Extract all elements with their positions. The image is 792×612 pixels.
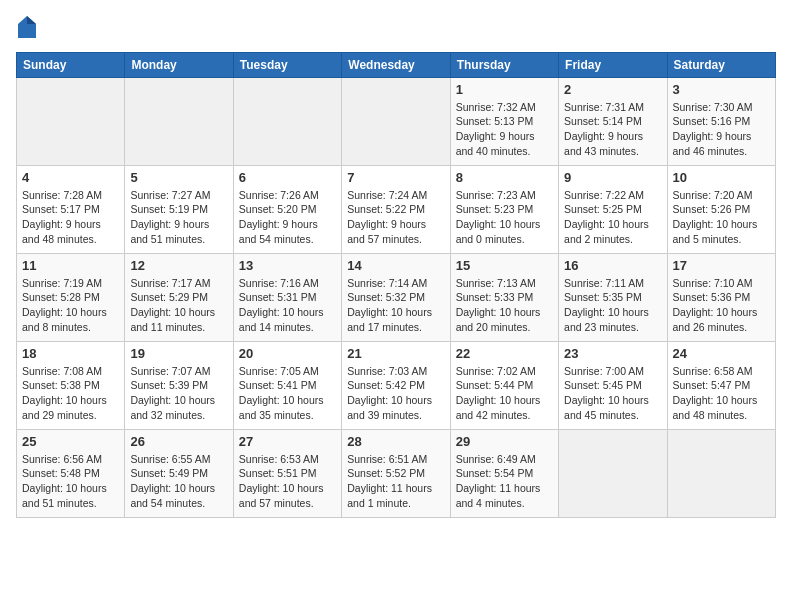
calendar-cell: 10Sunrise: 7:20 AMSunset: 5:26 PMDayligh… [667,165,775,253]
day-number: 23 [564,346,661,361]
week-row-5: 25Sunrise: 6:56 AMSunset: 5:48 PMDayligh… [17,429,776,517]
day-info: Sunrise: 7:02 AMSunset: 5:44 PMDaylight:… [456,364,553,423]
calendar-cell [125,77,233,165]
calendar-cell: 5Sunrise: 7:27 AMSunset: 5:19 PMDaylight… [125,165,233,253]
day-number: 15 [456,258,553,273]
day-number: 24 [673,346,770,361]
day-info: Sunrise: 6:49 AMSunset: 5:54 PMDaylight:… [456,452,553,511]
day-number: 6 [239,170,336,185]
calendar-cell: 13Sunrise: 7:16 AMSunset: 5:31 PMDayligh… [233,253,341,341]
day-info: Sunrise: 6:53 AMSunset: 5:51 PMDaylight:… [239,452,336,511]
day-header-saturday: Saturday [667,52,775,77]
calendar-cell: 28Sunrise: 6:51 AMSunset: 5:52 PMDayligh… [342,429,450,517]
day-info: Sunrise: 7:08 AMSunset: 5:38 PMDaylight:… [22,364,119,423]
calendar-cell: 22Sunrise: 7:02 AMSunset: 5:44 PMDayligh… [450,341,558,429]
calendar-cell: 12Sunrise: 7:17 AMSunset: 5:29 PMDayligh… [125,253,233,341]
day-info: Sunrise: 7:27 AMSunset: 5:19 PMDaylight:… [130,188,227,247]
day-number: 8 [456,170,553,185]
day-number: 22 [456,346,553,361]
week-row-4: 18Sunrise: 7:08 AMSunset: 5:38 PMDayligh… [17,341,776,429]
day-info: Sunrise: 7:28 AMSunset: 5:17 PMDaylight:… [22,188,119,247]
day-number: 1 [456,82,553,97]
day-info: Sunrise: 7:16 AMSunset: 5:31 PMDaylight:… [239,276,336,335]
day-number: 4 [22,170,119,185]
day-info: Sunrise: 6:55 AMSunset: 5:49 PMDaylight:… [130,452,227,511]
calendar-cell: 17Sunrise: 7:10 AMSunset: 5:36 PMDayligh… [667,253,775,341]
calendar-cell [667,429,775,517]
day-info: Sunrise: 7:05 AMSunset: 5:41 PMDaylight:… [239,364,336,423]
day-number: 13 [239,258,336,273]
day-number: 7 [347,170,444,185]
day-info: Sunrise: 7:31 AMSunset: 5:14 PMDaylight:… [564,100,661,159]
day-info: Sunrise: 7:07 AMSunset: 5:39 PMDaylight:… [130,364,227,423]
logo-icon [18,16,36,38]
day-number: 11 [22,258,119,273]
svg-marker-1 [27,16,36,24]
day-info: Sunrise: 7:30 AMSunset: 5:16 PMDaylight:… [673,100,770,159]
calendar-header-row: SundayMondayTuesdayWednesdayThursdayFrid… [17,52,776,77]
calendar-cell: 29Sunrise: 6:49 AMSunset: 5:54 PMDayligh… [450,429,558,517]
calendar-cell: 9Sunrise: 7:22 AMSunset: 5:25 PMDaylight… [559,165,667,253]
calendar-cell: 23Sunrise: 7:00 AMSunset: 5:45 PMDayligh… [559,341,667,429]
day-info: Sunrise: 7:11 AMSunset: 5:35 PMDaylight:… [564,276,661,335]
day-number: 10 [673,170,770,185]
calendar-cell: 21Sunrise: 7:03 AMSunset: 5:42 PMDayligh… [342,341,450,429]
day-number: 2 [564,82,661,97]
day-number: 25 [22,434,119,449]
calendar-cell: 19Sunrise: 7:07 AMSunset: 5:39 PMDayligh… [125,341,233,429]
week-row-2: 4Sunrise: 7:28 AMSunset: 5:17 PMDaylight… [17,165,776,253]
day-info: Sunrise: 7:20 AMSunset: 5:26 PMDaylight:… [673,188,770,247]
calendar-cell: 18Sunrise: 7:08 AMSunset: 5:38 PMDayligh… [17,341,125,429]
calendar-cell [233,77,341,165]
day-info: Sunrise: 7:23 AMSunset: 5:23 PMDaylight:… [456,188,553,247]
day-number: 12 [130,258,227,273]
page-header [16,16,776,44]
day-header-friday: Friday [559,52,667,77]
calendar-cell: 27Sunrise: 6:53 AMSunset: 5:51 PMDayligh… [233,429,341,517]
day-info: Sunrise: 7:26 AMSunset: 5:20 PMDaylight:… [239,188,336,247]
day-info: Sunrise: 6:51 AMSunset: 5:52 PMDaylight:… [347,452,444,511]
calendar-cell: 3Sunrise: 7:30 AMSunset: 5:16 PMDaylight… [667,77,775,165]
week-row-3: 11Sunrise: 7:19 AMSunset: 5:28 PMDayligh… [17,253,776,341]
day-number: 26 [130,434,227,449]
day-number: 17 [673,258,770,273]
calendar-cell: 4Sunrise: 7:28 AMSunset: 5:17 PMDaylight… [17,165,125,253]
calendar-cell: 7Sunrise: 7:24 AMSunset: 5:22 PMDaylight… [342,165,450,253]
calendar-cell: 20Sunrise: 7:05 AMSunset: 5:41 PMDayligh… [233,341,341,429]
day-info: Sunrise: 7:32 AMSunset: 5:13 PMDaylight:… [456,100,553,159]
week-row-1: 1Sunrise: 7:32 AMSunset: 5:13 PMDaylight… [17,77,776,165]
day-number: 27 [239,434,336,449]
day-number: 28 [347,434,444,449]
day-number: 18 [22,346,119,361]
day-info: Sunrise: 6:56 AMSunset: 5:48 PMDaylight:… [22,452,119,511]
day-header-sunday: Sunday [17,52,125,77]
day-info: Sunrise: 7:03 AMSunset: 5:42 PMDaylight:… [347,364,444,423]
calendar-cell: 2Sunrise: 7:31 AMSunset: 5:14 PMDaylight… [559,77,667,165]
day-header-monday: Monday [125,52,233,77]
day-number: 5 [130,170,227,185]
day-header-thursday: Thursday [450,52,558,77]
calendar-cell [559,429,667,517]
day-info: Sunrise: 7:17 AMSunset: 5:29 PMDaylight:… [130,276,227,335]
day-header-wednesday: Wednesday [342,52,450,77]
day-number: 21 [347,346,444,361]
calendar-cell: 26Sunrise: 6:55 AMSunset: 5:49 PMDayligh… [125,429,233,517]
day-info: Sunrise: 7:00 AMSunset: 5:45 PMDaylight:… [564,364,661,423]
day-number: 19 [130,346,227,361]
day-number: 29 [456,434,553,449]
day-header-tuesday: Tuesday [233,52,341,77]
day-info: Sunrise: 7:24 AMSunset: 5:22 PMDaylight:… [347,188,444,247]
day-info: Sunrise: 7:13 AMSunset: 5:33 PMDaylight:… [456,276,553,335]
day-number: 3 [673,82,770,97]
calendar-table: SundayMondayTuesdayWednesdayThursdayFrid… [16,52,776,518]
calendar-cell: 14Sunrise: 7:14 AMSunset: 5:32 PMDayligh… [342,253,450,341]
day-info: Sunrise: 6:58 AMSunset: 5:47 PMDaylight:… [673,364,770,423]
day-info: Sunrise: 7:14 AMSunset: 5:32 PMDaylight:… [347,276,444,335]
calendar-cell: 24Sunrise: 6:58 AMSunset: 5:47 PMDayligh… [667,341,775,429]
calendar-cell: 11Sunrise: 7:19 AMSunset: 5:28 PMDayligh… [17,253,125,341]
calendar-cell: 16Sunrise: 7:11 AMSunset: 5:35 PMDayligh… [559,253,667,341]
day-info: Sunrise: 7:19 AMSunset: 5:28 PMDaylight:… [22,276,119,335]
calendar-cell: 25Sunrise: 6:56 AMSunset: 5:48 PMDayligh… [17,429,125,517]
logo [16,16,36,44]
calendar-cell: 15Sunrise: 7:13 AMSunset: 5:33 PMDayligh… [450,253,558,341]
